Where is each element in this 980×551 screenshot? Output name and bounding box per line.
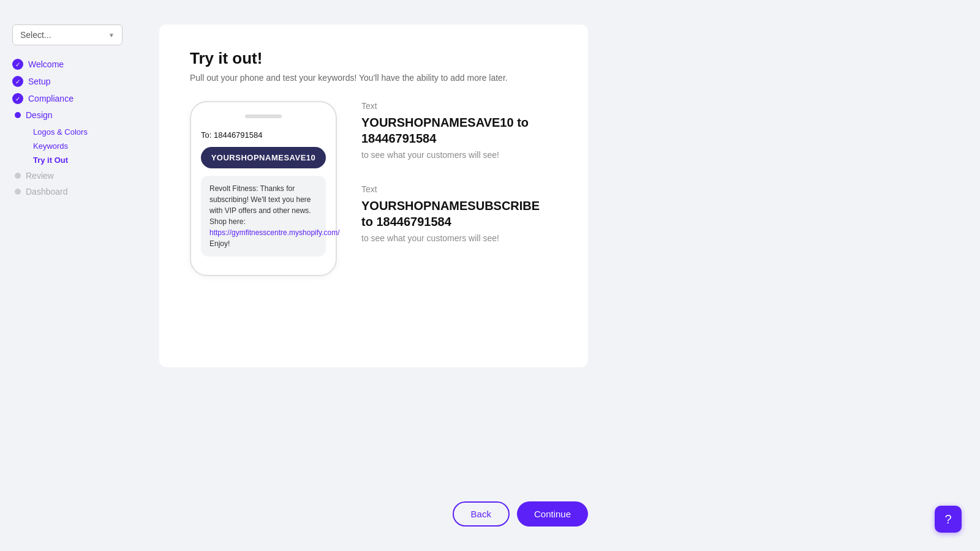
check-icon-setup: ✓ (12, 76, 23, 87)
help-icon: ? (944, 512, 951, 527)
phone-to-line: To: 18446791584 (201, 130, 326, 140)
continue-button[interactable]: Continue (517, 501, 588, 527)
sidebar-item-setup[interactable]: ✓ Setup (12, 75, 123, 88)
phone-mockup: To: 18446791584 YOURSHOPNAMESAVE10 Revol… (190, 101, 337, 276)
sidebar-item-review[interactable]: Review (12, 170, 123, 182)
sms-bubble: Revolt Fitness: Thanks for subscribing! … (201, 176, 326, 257)
sms-link[interactable]: https://gymfitnesscentre.myshopify.com/ (209, 228, 340, 237)
sidebar-item-label-design: Design (26, 110, 53, 120)
sidebar-item-compliance[interactable]: ✓ Compliance (12, 92, 123, 105)
nav-list: ✓ Welcome ✓ Setup ✓ Compliance Design Lo… (12, 58, 123, 198)
sidebar-item-design[interactable]: Design (12, 109, 123, 121)
content-card: Try it out! Pull out your phone and test… (159, 24, 588, 367)
dot-icon-design (15, 112, 21, 118)
action-row: Back Continue (159, 477, 588, 527)
sidebar-item-label-compliance: Compliance (28, 94, 74, 103)
back-button[interactable]: Back (453, 501, 510, 527)
main-content: Try it out! Pull out your phone and test… (135, 0, 980, 551)
instruction-block-subscribe: Text YOURSHOPNAMESUBSCRIBE to 1844679158… (361, 184, 557, 243)
sidebar: Select... ▼ ✓ Welcome ✓ Setup ✓ Complian… (0, 0, 135, 551)
check-icon-welcome: ✓ (12, 59, 23, 70)
instructions-col: Text YOURSHOPNAMESAVE10 to 18446791584 t… (361, 101, 557, 243)
chevron-down-icon: ▼ (108, 32, 115, 39)
instruction-keyword-2: YOURSHOPNAMESUBSCRIBE to 18446791584 (361, 198, 557, 230)
check-icon-compliance: ✓ (12, 93, 23, 104)
phone-top-bar (245, 114, 282, 118)
sidebar-item-try-it-out[interactable]: Try it Out (33, 154, 123, 166)
page-subtitle: Pull out your phone and test your keywor… (190, 73, 557, 83)
sidebar-item-logos-colors[interactable]: Logos & Colors (33, 126, 123, 138)
sidebar-item-label-dashboard: Dashboard (26, 187, 68, 197)
help-button[interactable]: ? (935, 506, 962, 533)
instruction-prefix-2: Text (361, 184, 557, 194)
dot-icon-dashboard (15, 189, 21, 195)
sub-nav-design: Logos & Colors Keywords Try it Out (12, 126, 123, 166)
instruction-prefix-1: Text (361, 101, 557, 111)
demo-area: To: 18446791584 YOURSHOPNAMESAVE10 Revol… (190, 101, 557, 276)
sidebar-item-label-welcome: Welcome (28, 59, 64, 69)
instruction-block-save10: Text YOURSHOPNAMESAVE10 to 18446791584 t… (361, 101, 557, 160)
sidebar-item-label-setup: Setup (28, 77, 51, 86)
dot-icon-review (15, 173, 21, 179)
select-dropdown[interactable]: Select... ▼ (12, 24, 123, 45)
keyword-bubble: YOURSHOPNAMESAVE10 (201, 147, 326, 168)
select-placeholder: Select... (20, 30, 51, 40)
instruction-keyword-1: YOURSHOPNAMESAVE10 to 18446791584 (361, 114, 557, 146)
sidebar-item-label-review: Review (26, 171, 54, 181)
sidebar-item-welcome[interactable]: ✓ Welcome (12, 58, 123, 71)
sidebar-item-dashboard[interactable]: Dashboard (12, 186, 123, 198)
sidebar-item-keywords[interactable]: Keywords (33, 140, 123, 152)
instruction-suffix-2: to see what your customers will see! (361, 233, 557, 243)
page-title: Try it out! (190, 49, 557, 68)
instruction-suffix-1: to see what your customers will see! (361, 150, 557, 160)
